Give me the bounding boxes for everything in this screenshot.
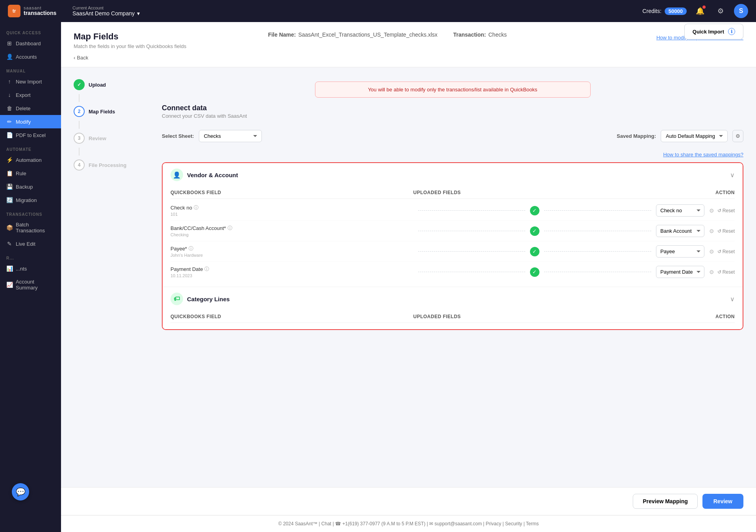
payee-field-dropdown[interactable]: Payee (656, 245, 704, 258)
quick-import-button[interactable]: Quick Import ℹ (684, 24, 743, 39)
chat-widget-button[interactable]: 💬 (12, 483, 29, 500)
content-area: Map Fields File Name: SaasAnt_Excel_Tran… (61, 22, 756, 532)
backup-icon: 💾 (6, 184, 13, 190)
check-no-dropdown-wrap[interactable]: Check no (656, 204, 704, 217)
reports-icon: 📊 (6, 265, 13, 272)
payment-date-info-icon[interactable]: ⓘ (204, 266, 209, 272)
vendor-account-group-header[interactable]: 👤 Vendor & Account ∨ (163, 163, 743, 187)
check-no-settings-icon[interactable]: ⚙ (709, 208, 714, 214)
bank-account-action: ⚙ ↺ Reset (709, 228, 735, 234)
sidebar-section-quick-access: Quick Access (0, 25, 61, 37)
sidebar: Quick Access ⊞ Dashboard 👤 Accounts MANU… (0, 22, 61, 532)
saved-mapping-dropdown[interactable]: Auto Default Mapping (661, 130, 728, 142)
vendor-icon: 👤 (170, 169, 183, 181)
content-column: You will be able to modify only the tran… (162, 75, 743, 478)
step-map-fields: 2 Map Fields (74, 102, 152, 121)
chevron-down-icon: ▾ (137, 10, 140, 17)
payment-date-settings-icon[interactable]: ⚙ (709, 269, 714, 275)
payment-date-field-dropdown[interactable]: Payment Date (656, 266, 704, 278)
file-info: File Name: SaasAnt_Excel_Transactions_US… (268, 32, 437, 38)
migration-icon: 🔄 (6, 197, 13, 203)
sidebar-item-delete[interactable]: 🗑 Delete (0, 102, 61, 115)
reset-icon: ↺ (717, 249, 721, 254)
reset-icon: ↺ (717, 228, 721, 234)
table-row: Payee* ⓘ John's Hardware ✓ (170, 241, 735, 262)
bank-account-reset-button[interactable]: ↺ Reset (717, 228, 735, 234)
table-row: Payment Date ⓘ 10.11.2023 ✓ (170, 262, 735, 282)
payee-check-icon: ✓ (530, 247, 539, 256)
payee-info-icon[interactable]: ⓘ (189, 245, 193, 252)
category-lines-chevron-icon: ∨ (730, 295, 735, 303)
sidebar-item-export[interactable]: ↓ Export (0, 88, 61, 102)
payee-mapped-indicator: ✓ (413, 247, 656, 256)
modify-icon: ✏ (6, 119, 13, 125)
sidebar-item-automation[interactable]: ⚡ Automation (0, 153, 61, 167)
select-sheet-dropdown[interactable]: Checks (199, 130, 262, 142)
bank-account-info-icon[interactable]: ⓘ (228, 225, 232, 232)
sidebar-item-account-summary[interactable]: 📈 Account Summary (0, 275, 61, 294)
account-selector[interactable]: Current Account SaasAnt Demo Company ▾ (72, 6, 140, 17)
category-lines-group-header[interactable]: 🏷 Category Lines ∨ (163, 287, 743, 311)
payment-date-reset-button[interactable]: ↺ Reset (717, 269, 735, 275)
check-no-info-icon[interactable]: ⓘ (194, 204, 198, 211)
sidebar-item-migration[interactable]: 🔄 Migration (0, 193, 61, 207)
field-qb-payee: Payee* ⓘ John's Hardware (170, 245, 413, 258)
step-connector-1 (79, 94, 80, 102)
credits-display: Credits: 50000 (643, 7, 687, 15)
avatar[interactable]: S (734, 4, 748, 18)
sidebar-item-dashboard[interactable]: ⊞ Dashboard (0, 37, 61, 50)
brand-name: saasant transactions (24, 6, 56, 16)
share-saved-mappings-link[interactable]: How to share the saved mappings? (663, 152, 743, 158)
sidebar-item-new-import[interactable]: ↑ New Import (0, 75, 61, 88)
payee-dropdown-wrap[interactable]: Payee (656, 245, 704, 258)
step-1-circle: ✓ (74, 79, 85, 90)
new-import-icon: ↑ (6, 78, 13, 85)
sidebar-item-modify[interactable]: ✏ Modify (0, 115, 61, 128)
automation-icon: ⚡ (6, 157, 13, 163)
dashboard-icon: ⊞ (6, 40, 13, 46)
check-no-check-icon: ✓ (530, 206, 539, 215)
select-sheet-row: Select Sheet: Checks (162, 130, 262, 142)
logo-icon: tr (8, 5, 20, 17)
bank-account-check-icon: ✓ (530, 226, 539, 236)
bank-account-settings-icon[interactable]: ⚙ (709, 228, 714, 234)
sidebar-item-live-edit[interactable]: ✎ Live Edit (0, 237, 61, 250)
table-row: Bank/CC/Cash Account* ⓘ Checking (170, 221, 735, 241)
step-review: 3 Review (74, 129, 152, 148)
notifications-button[interactable]: 🔔 (693, 4, 707, 18)
sidebar-item-accounts[interactable]: 👤 Accounts (0, 50, 61, 63)
quick-import-info-icon: ℹ (728, 28, 735, 35)
check-no-action: ⚙ ↺ Reset (709, 208, 735, 214)
step-2-label: Map Fields (89, 109, 115, 115)
sidebar-item-reports[interactable]: 📊 ...nts (0, 262, 61, 275)
check-no-reset-button[interactable]: ↺ Reset (717, 208, 735, 213)
reset-icon: ↺ (717, 208, 721, 213)
field-qb-payment-date: Payment Date ⓘ 10.11.2023 (170, 266, 413, 278)
sidebar-section-transactions: TRANSACTIONS (0, 207, 61, 218)
notification-dot (702, 6, 706, 9)
back-button[interactable]: ‹ Back (74, 55, 743, 61)
saved-mapping-settings-button[interactable]: ⚙ (732, 130, 743, 142)
payee-settings-icon[interactable]: ⚙ (709, 248, 714, 255)
sidebar-section-reports: R... (0, 250, 61, 262)
settings-button[interactable]: ⚙ (713, 4, 728, 18)
review-button[interactable]: Review (702, 494, 743, 509)
payment-date-dropdown-wrap[interactable]: Payment Date (656, 266, 704, 278)
page-subtitle: Match the fields in your file with Quick… (74, 43, 743, 49)
sidebar-item-batch-transactions[interactable]: 📦 Batch Transactions (0, 218, 61, 237)
page-header: Map Fields File Name: SaasAnt_Excel_Tran… (61, 22, 756, 67)
step-upload: ✓ Upload (74, 75, 152, 94)
connect-data-header: Connect data Connect your CSV data with … (162, 104, 247, 119)
sidebar-item-rule[interactable]: 📋 Rule (0, 167, 61, 180)
bank-account-field-dropdown[interactable]: Bank Account (656, 225, 704, 237)
sidebar-item-backup[interactable]: 💾 Backup (0, 180, 61, 193)
check-no-field-dropdown[interactable]: Check no (656, 204, 704, 217)
vendor-group-chevron-icon: ∨ (730, 171, 735, 179)
preview-mapping-button[interactable]: Preview Mapping (633, 494, 697, 509)
sidebar-item-pdf-to-excel[interactable]: 📄 PDF to Excel (0, 128, 61, 142)
vendor-account-table: Quickbooks Field Uploaded Fields Action … (163, 187, 743, 287)
bank-account-dropdown-wrap[interactable]: Bank Account (656, 225, 704, 237)
payee-reset-button[interactable]: ↺ Reset (717, 249, 735, 254)
payment-date-check-icon: ✓ (530, 267, 539, 277)
vendor-account-group: 👤 Vendor & Account ∨ Quickbooks Field Up… (163, 163, 743, 287)
